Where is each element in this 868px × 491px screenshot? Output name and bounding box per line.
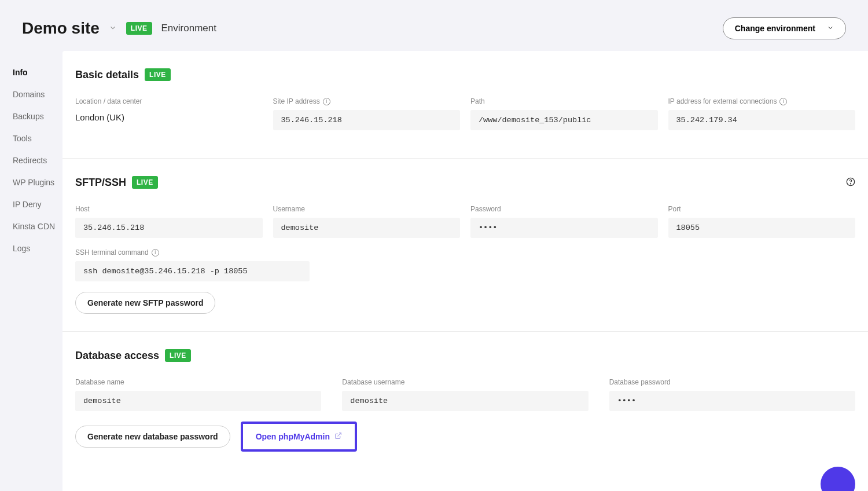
info-icon[interactable]: i [323, 98, 330, 105]
sftp-ssh-title: SFTP/SSH [75, 177, 126, 189]
username-label: Username [273, 205, 461, 213]
generate-database-password-button[interactable]: Generate new database password [75, 426, 230, 448]
database-access-section: Database access LIVE Database name demos… [62, 332, 868, 469]
database-name-value[interactable]: demosite [75, 391, 321, 411]
username-field: Username demosite [273, 205, 461, 238]
external-ip-field: IP address for external connections i 35… [668, 97, 856, 130]
path-value[interactable]: /www/demosite_153/public [470, 110, 658, 130]
port-label: Port [668, 205, 856, 213]
location-field: Location / data center London (UK) [75, 97, 263, 130]
sftp-live-badge: LIVE [132, 176, 158, 189]
help-icon[interactable] [846, 177, 855, 188]
location-value: London (UK) [75, 110, 263, 122]
info-icon[interactable]: i [152, 249, 159, 257]
sidebar-item-info[interactable]: Info [13, 61, 62, 83]
username-value[interactable]: demosite [273, 218, 461, 238]
basic-details-title: Basic details [75, 69, 139, 81]
sftp-ssh-section: SFTP/SSH LIVE Host 35.246.15.218 Usernam… [62, 159, 868, 332]
password-field: Password •••• [470, 205, 658, 238]
site-ip-field: Site IP address i 35.246.15.218 [273, 97, 461, 130]
database-password-field: Database password •••• [609, 378, 855, 411]
external-link-icon [334, 432, 342, 441]
database-name-field: Database name demosite [75, 378, 321, 411]
site-title: Demo site [22, 19, 100, 38]
sidebar-item-backups[interactable]: Backups [13, 105, 62, 127]
database-password-value[interactable]: •••• [609, 391, 855, 411]
page-header: Demo site LIVE Environment Change enviro… [0, 0, 868, 51]
location-label: Location / data center [75, 97, 263, 105]
environment-live-badge: LIVE [126, 22, 152, 35]
sidebar-item-domains[interactable]: Domains [13, 83, 62, 105]
sidebar-item-logs[interactable]: Logs [13, 237, 62, 259]
site-ip-value[interactable]: 35.246.15.218 [273, 110, 461, 130]
sidebar-item-wp-plugins[interactable]: WP Plugins [13, 171, 62, 193]
sidebar-item-tools[interactable]: Tools [13, 127, 62, 149]
environment-label: Environment [161, 23, 216, 34]
info-icon[interactable]: i [779, 98, 787, 105]
generate-sftp-password-button[interactable]: Generate new SFTP password [75, 292, 215, 314]
site-switcher-chevron-down-icon[interactable] [109, 24, 117, 34]
host-field: Host 35.246.15.218 [75, 205, 263, 238]
sidebar-item-kinsta-cdn[interactable]: Kinsta CDN [13, 215, 62, 237]
ssh-command-label: SSH terminal command [75, 248, 149, 257]
ssh-command-field: SSH terminal command i ssh demosite@35.2… [75, 248, 310, 281]
ssh-command-value[interactable]: ssh demosite@35.246.15.218 -p 18055 [75, 261, 310, 281]
port-field: Port 18055 [668, 205, 856, 238]
svg-line-2 [337, 433, 341, 437]
database-live-badge: LIVE [165, 349, 191, 362]
port-value[interactable]: 18055 [668, 218, 856, 238]
path-label: Path [470, 97, 658, 105]
basic-details-live-badge: LIVE [145, 68, 171, 81]
database-access-title: Database access [75, 350, 159, 362]
chevron-down-icon [827, 24, 834, 33]
open-phpmyadmin-label: Open phpMyAdmin [256, 432, 330, 441]
database-username-label: Database username [342, 378, 588, 386]
password-value[interactable]: •••• [470, 218, 658, 238]
main-content: Basic details LIVE Location / data cente… [62, 51, 868, 491]
external-ip-value[interactable]: 35.242.179.34 [668, 110, 856, 130]
change-environment-label: Change environment [735, 24, 815, 33]
host-value[interactable]: 35.246.15.218 [75, 218, 263, 238]
sidebar-item-redirects[interactable]: Redirects [13, 149, 62, 171]
host-label: Host [75, 205, 263, 213]
sidebar-item-ip-deny[interactable]: IP Deny [13, 193, 62, 215]
external-ip-label: IP address for external connections [668, 97, 777, 105]
database-username-value[interactable]: demosite [342, 391, 588, 411]
site-ip-label: Site IP address [273, 97, 320, 105]
svg-point-1 [850, 183, 851, 184]
path-field: Path /www/demosite_153/public [470, 97, 658, 130]
database-username-field: Database username demosite [342, 378, 588, 411]
password-label: Password [470, 205, 658, 213]
database-password-label: Database password [609, 378, 855, 386]
sidebar: Info Domains Backups Tools Redirects WP … [0, 51, 62, 259]
basic-details-section: Basic details LIVE Location / data cente… [62, 51, 868, 159]
change-environment-button[interactable]: Change environment [723, 17, 846, 39]
database-name-label: Database name [75, 378, 321, 386]
open-phpmyadmin-button[interactable]: Open phpMyAdmin [241, 422, 357, 452]
